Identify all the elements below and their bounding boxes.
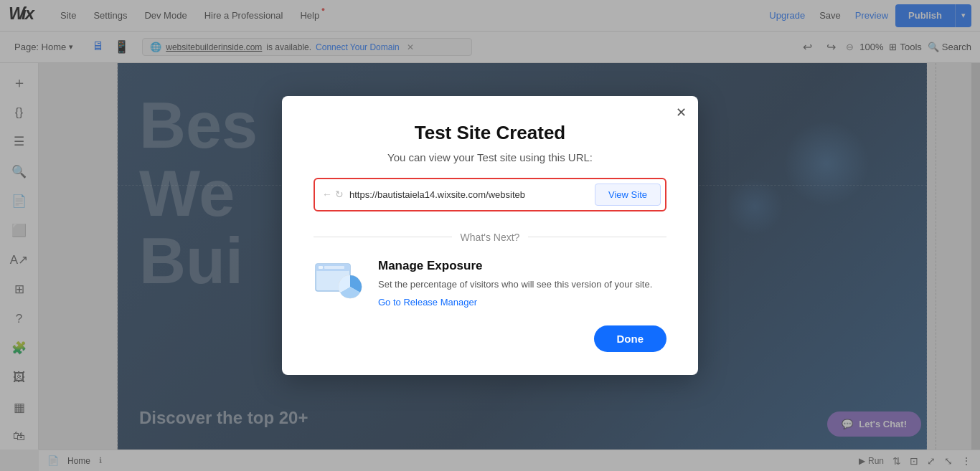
url-nav-icons: ← ↻ xyxy=(322,189,344,200)
modal: ✕ Test Site Created You can view your Te… xyxy=(282,96,698,376)
done-row: Done xyxy=(314,325,666,352)
release-manager-link[interactable]: Go to Release Manager xyxy=(378,297,477,308)
manage-exposure-section: Manage Exposure Set the percentage of vi… xyxy=(314,259,666,309)
modal-overlay: ✕ Test Site Created You can view your Te… xyxy=(0,0,980,471)
back-icon[interactable]: ← xyxy=(322,189,332,200)
manage-exposure-content: Manage Exposure Set the percentage of vi… xyxy=(378,259,666,309)
svg-rect-4 xyxy=(319,266,323,269)
section-desc: Set the percentage of visitors who will … xyxy=(378,277,666,292)
refresh-icon[interactable]: ↻ xyxy=(335,189,344,200)
view-site-button[interactable]: View Site xyxy=(595,184,661,206)
modal-title: Test Site Created xyxy=(314,122,666,144)
modal-subtitle: You can view your Test site using this U… xyxy=(314,151,666,163)
done-button[interactable]: Done xyxy=(594,325,667,352)
modal-close-button[interactable]: ✕ xyxy=(676,106,687,119)
whats-next-text: What's Next? xyxy=(461,232,520,243)
svg-rect-5 xyxy=(324,266,344,269)
url-input[interactable] xyxy=(349,189,589,200)
section-title: Manage Exposure xyxy=(378,259,666,273)
modal-url-row: ← ↻ View Site xyxy=(314,178,666,211)
whats-next-divider: What's Next? xyxy=(314,232,666,243)
manage-exposure-icon xyxy=(314,259,364,302)
